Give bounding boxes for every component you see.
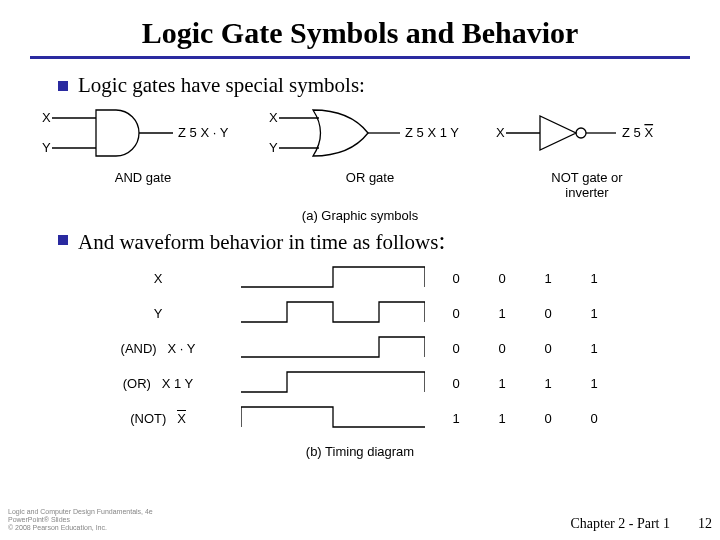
bullet-2: And waveform behavior in time as follows…	[58, 227, 690, 255]
and-gate-block: X Y Z 5 X · Y AND gate	[38, 104, 248, 200]
caption-b: (b) Timing diagram	[30, 444, 690, 459]
bullet-1: Logic gates have special symbols:	[58, 73, 690, 98]
timing-value: 1	[571, 261, 617, 296]
timing-waveform	[223, 366, 433, 401]
page-number: 12	[698, 516, 712, 532]
not-gate-icon: X Z 5 X	[492, 104, 682, 166]
timing-waveform	[223, 331, 433, 366]
gates-row: X Y Z 5 X · Y AND gate X Y Z 5 X 1 Y OR	[38, 104, 682, 200]
timing-row-label: Y	[103, 296, 223, 331]
timing-value: 1	[479, 296, 525, 331]
timing-row: (AND) X · Y0001	[103, 331, 617, 366]
bullet-1-text: Logic gates have special symbols:	[78, 73, 365, 98]
timing-value: 1	[479, 401, 525, 436]
timing-value: 1	[525, 261, 571, 296]
timing-value: 0	[479, 331, 525, 366]
or-in-a: X	[269, 110, 278, 125]
not-gate-block: X Z 5 X NOT gate orinverter	[492, 104, 682, 200]
timing-value: 0	[525, 401, 571, 436]
timing-row: Y0101	[103, 296, 617, 331]
slide-footer: Logic and Computer Design Fundamentals, …	[8, 508, 712, 532]
and-gate-label: AND gate	[38, 170, 248, 185]
or-gate-block: X Y Z 5 X 1 Y OR gate	[265, 104, 475, 200]
timing-value: 0	[433, 331, 479, 366]
timing-waveform	[223, 261, 433, 296]
not-out: Z 5 X	[622, 125, 653, 140]
not-gate-label: NOT gate orinverter	[492, 170, 682, 200]
timing-value: 0	[433, 296, 479, 331]
or-in-b: Y	[269, 140, 278, 155]
timing-value: 0	[479, 261, 525, 296]
timing-row: (OR) X 1 Y0111	[103, 366, 617, 401]
timing-row: X0011	[103, 261, 617, 296]
timing-value: 0	[525, 331, 571, 366]
timing-value: 1	[525, 366, 571, 401]
bullet-icon	[58, 81, 68, 91]
timing-row-label: (AND) X · Y	[103, 331, 223, 366]
timing-row-label: X	[103, 261, 223, 296]
and-in-a: X	[42, 110, 51, 125]
bullet-icon	[58, 235, 68, 245]
not-in: X	[496, 125, 505, 140]
timing-value: 1	[479, 366, 525, 401]
timing-value: 0	[433, 366, 479, 401]
or-gate-label: OR gate	[265, 170, 475, 185]
timing-value: 1	[571, 366, 617, 401]
timing-value: 0	[525, 296, 571, 331]
caption-a: (a) Graphic symbols	[30, 208, 690, 223]
chapter-label: Chapter 2 - Part 1	[570, 516, 670, 532]
or-out: Z 5 X 1 Y	[405, 125, 459, 140]
timing-value: 0	[433, 261, 479, 296]
and-gate-icon: X Y Z 5 X · Y	[38, 104, 248, 166]
timing-waveform	[223, 296, 433, 331]
timing-row-label: (OR) X 1 Y	[103, 366, 223, 401]
slide-title: Logic Gate Symbols and Behavior	[30, 16, 690, 50]
timing-value: 1	[433, 401, 479, 436]
timing-value: 1	[571, 296, 617, 331]
timing-row: (NOT) X1100	[103, 401, 617, 436]
and-in-b: Y	[42, 140, 51, 155]
and-out: Z 5 X · Y	[178, 125, 229, 140]
timing-diagram: X0011Y0101(AND) X · Y0001(OR) X 1 Y0111(…	[30, 261, 690, 436]
timing-value: 1	[571, 331, 617, 366]
or-gate-icon: X Y Z 5 X 1 Y	[265, 104, 475, 166]
footer-credits: Logic and Computer Design Fundamentals, …	[8, 508, 153, 532]
timing-waveform	[223, 401, 433, 436]
title-underline	[30, 56, 690, 59]
bullet-2-text: And waveform behavior in time as follows…	[78, 227, 445, 255]
timing-row-label: (NOT) X	[103, 401, 223, 436]
timing-value: 0	[571, 401, 617, 436]
